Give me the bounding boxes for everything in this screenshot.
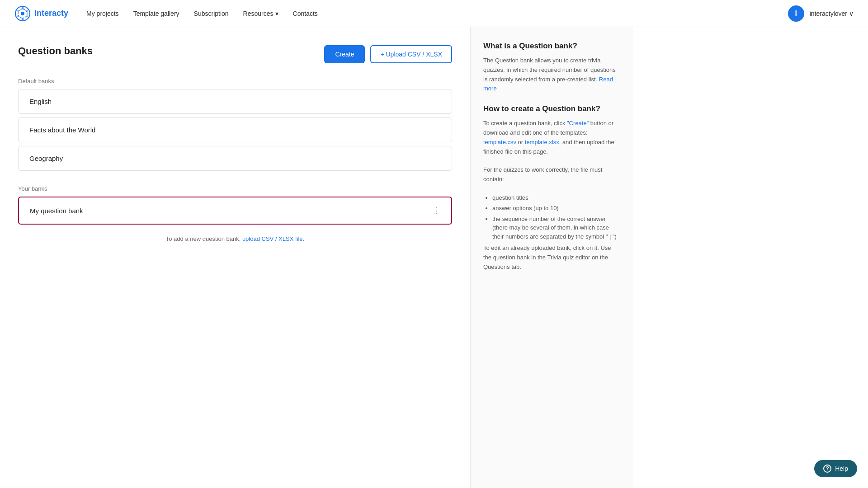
username-text: interactylover bbox=[810, 10, 847, 17]
bank-item-my-question-bank[interactable]: My question bank ⋮ bbox=[18, 197, 452, 225]
create-button[interactable]: Create bbox=[324, 45, 365, 63]
nav-right: I interactylover ∨ bbox=[788, 5, 854, 22]
page-header: Question banks Create + Upload CSV / XLS… bbox=[18, 45, 452, 63]
bank-item-facts[interactable]: Facts about the World bbox=[18, 117, 452, 142]
logo-icon bbox=[14, 5, 31, 22]
list-item-question-titles: question titles bbox=[492, 193, 620, 202]
sidebar-text-how: To create a question bank, click "Create… bbox=[483, 119, 620, 156]
nav-contacts[interactable]: Contacts bbox=[293, 10, 318, 17]
help-circle-icon: ? bbox=[823, 465, 831, 473]
page-layout: Question banks Create + Upload CSV / XLS… bbox=[0, 27, 868, 488]
list-item-answer-options: answer options (up to 10) bbox=[492, 204, 620, 213]
sidebar-requirements-list: question titles answer options (up to 10… bbox=[492, 193, 620, 241]
bank-item-english[interactable]: English bbox=[18, 89, 452, 114]
your-bank-list: My question bank ⋮ bbox=[18, 197, 452, 228]
sidebar-how-section: How to create a Question bank? To create… bbox=[483, 104, 620, 272]
help-button[interactable]: ? Help bbox=[814, 460, 857, 477]
sidebar-text-what: The Question bank allows you to create t… bbox=[483, 56, 620, 94]
upload-csv-button[interactable]: + Upload CSV / XLSX bbox=[370, 45, 452, 63]
sidebar-heading-what: What is a Question bank? bbox=[483, 42, 620, 51]
upload-hint-link[interactable]: upload CSV / XLSX file bbox=[242, 235, 303, 242]
svg-point-2 bbox=[21, 12, 24, 15]
svg-point-7 bbox=[17, 15, 19, 17]
nav-links: My projects Template gallery Subscriptio… bbox=[86, 10, 788, 17]
your-banks-section: Your banks My question bank ⋮ To add a n… bbox=[18, 185, 452, 242]
resources-chevron-icon: ▾ bbox=[275, 10, 278, 17]
svg-point-4 bbox=[26, 10, 28, 12]
default-banks-section: Default banks English Facts about the Wo… bbox=[18, 78, 452, 174]
svg-point-3 bbox=[22, 7, 24, 9]
main-content: Question banks Create + Upload CSV / XLS… bbox=[0, 27, 470, 488]
svg-point-5 bbox=[26, 15, 28, 17]
page-title: Question banks bbox=[18, 45, 93, 57]
nav-subscription[interactable]: Subscription bbox=[194, 10, 229, 17]
nav-my-projects[interactable]: My projects bbox=[86, 10, 119, 17]
avatar: I bbox=[788, 5, 804, 22]
list-item-sequence-number: the sequence number of the correct answe… bbox=[492, 215, 620, 241]
default-banks-label: Default banks bbox=[18, 78, 452, 84]
sidebar-text-file-must: For the quizzes to work correctly, the f… bbox=[483, 165, 620, 184]
svg-point-8 bbox=[17, 10, 19, 12]
bank-item-geography[interactable]: Geography bbox=[18, 146, 452, 171]
your-banks-label: Your banks bbox=[18, 185, 452, 192]
template-csv-link[interactable]: template.csv bbox=[483, 139, 516, 145]
username-button[interactable]: interactylover ∨ bbox=[810, 10, 854, 17]
action-buttons: Create + Upload CSV / XLSX bbox=[324, 45, 452, 63]
sidebar-what-section: What is a Question bank? The Question ba… bbox=[483, 42, 620, 94]
svg-point-6 bbox=[22, 18, 24, 20]
logo[interactable]: interacty bbox=[14, 5, 68, 22]
bank-item-menu-icon[interactable]: ⋮ bbox=[432, 206, 440, 216]
sidebar-text-edit: To edit an already uploaded bank, click … bbox=[483, 244, 620, 272]
template-xlsx-link[interactable]: template.xlsx bbox=[525, 139, 559, 145]
user-chevron-icon: ∨ bbox=[849, 10, 854, 17]
nav-template-gallery[interactable]: Template gallery bbox=[133, 10, 179, 17]
upload-hint: To add a new question bank, upload CSV /… bbox=[18, 235, 452, 242]
default-bank-list: English Facts about the World Geography bbox=[18, 89, 452, 174]
nav-resources[interactable]: Resources ▾ bbox=[243, 10, 278, 17]
sidebar-heading-how: How to create a Question bank? bbox=[483, 104, 620, 113]
navbar: interacty My projects Template gallery S… bbox=[0, 0, 868, 27]
logo-text: interacty bbox=[34, 9, 68, 18]
help-label: Help bbox=[835, 465, 848, 472]
sidebar: What is a Question bank? The Question ba… bbox=[470, 27, 633, 488]
